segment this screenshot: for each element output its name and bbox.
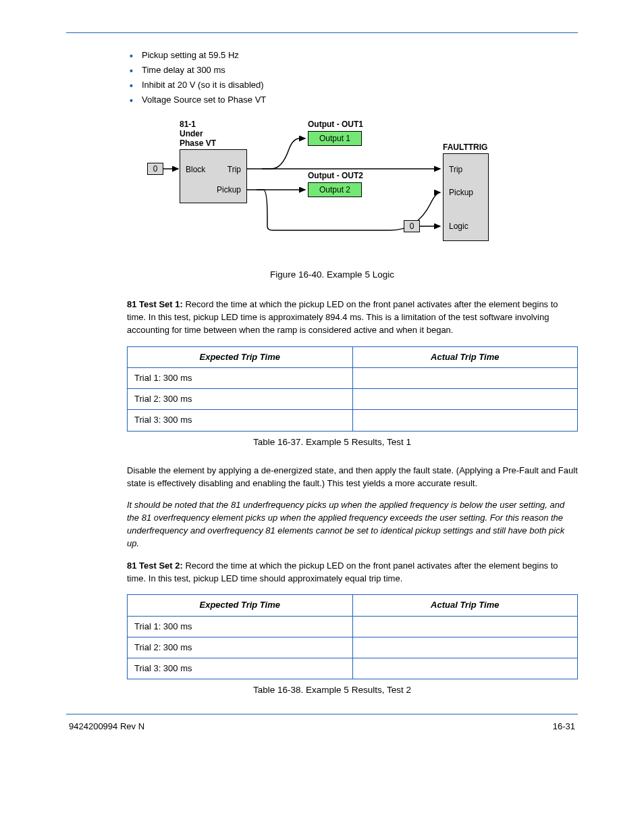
block-81-line0: 81-1 — [180, 120, 196, 129]
table-row: Trial 1: 300 ms — [128, 368, 578, 389]
table-header-cell: Actual Trip Time — [352, 595, 578, 616]
logic-diagram: 81-1 Under Phase VT Block Trip Pickup 0 … — [147, 115, 578, 264]
block-81-trip: Trip — [227, 165, 241, 174]
faulttrig-trip: Trip — [449, 165, 462, 174]
table-cell — [352, 616, 578, 637]
output2-box: Output 2 — [308, 182, 362, 197]
settings-bullets: Pickup setting at 59.5 Hz Time delay at … — [127, 49, 578, 106]
table-cell — [352, 658, 578, 679]
table-cell: Trial 3: 300 ms — [128, 410, 353, 431]
test1-lead: 81 Test Set 1: — [127, 299, 185, 309]
test1-text: Record the time at which the pickup LED … — [127, 299, 558, 335]
bullet-text: Pickup setting at 59.5 Hz — [142, 50, 239, 60]
bullet-text: Inhibit at 20 V (so it is disabled) — [142, 80, 264, 90]
footer-right: 16-31 — [553, 721, 575, 731]
paragraph-note: It should be noted that the 81 underfreq… — [127, 499, 578, 550]
paragraph-test2: 81 Test Set 2: Record the time at which … — [127, 560, 578, 585]
table-header-cell: Expected Trip Time — [128, 346, 353, 367]
results-table-1: Expected Trip Time Actual Trip Time Tria… — [127, 346, 578, 432]
faulttrig-pickup: Pickup — [449, 188, 473, 197]
output2-label: Output 2 — [319, 185, 350, 194]
block-81-block: Block — [186, 165, 205, 174]
output1-box: Output 1 — [308, 131, 362, 146]
table-header-cell: Expected Trip Time — [128, 595, 353, 616]
table-cell — [352, 410, 578, 431]
table-cell — [352, 368, 578, 389]
table-row: Trial 2: 300 ms — [128, 389, 578, 410]
test2-text: Record the time at which the pickup LED … — [127, 561, 558, 583]
faulttrig-box: Trip Pickup Logic — [443, 153, 489, 241]
bullet-text: Voltage Source set to Phase VT — [142, 95, 266, 105]
table-header-row: Expected Trip Time Actual Trip Time — [128, 346, 578, 367]
block-81-box: Block Trip Pickup — [180, 149, 247, 203]
table-cell: Trial 3: 300 ms — [128, 658, 353, 679]
table-cell: Trial 2: 300 ms — [128, 637, 353, 658]
table-row: Trial 3: 300 ms — [128, 410, 578, 431]
table-header-cell: Actual Trip Time — [352, 346, 578, 367]
table-cell: Trial 1: 300 ms — [128, 616, 353, 637]
faulttrig-logic: Logic — [449, 221, 468, 231]
bottom-rule — [66, 714, 578, 714]
paragraph-test1: 81 Test Set 1: Record the time at which … — [127, 298, 578, 337]
table-cell: Trial 2: 300 ms — [128, 389, 353, 410]
paragraph-disable-text: Disable the element by applying a de-ene… — [127, 465, 578, 488]
table-cell: Trial 1: 300 ms — [128, 368, 353, 389]
paragraph-disable: Disable the element by applying a de-ene… — [127, 465, 578, 490]
output2-title: Output - OUT2 — [308, 171, 363, 180]
table-row: Trial 2: 300 ms — [128, 637, 578, 658]
zero-box-1: 0 — [147, 163, 163, 175]
table-row: Trial 3: 300 ms — [128, 658, 578, 679]
zero-label: 0 — [410, 221, 414, 231]
table-cell — [352, 637, 578, 658]
block-81-line2: Phase VT — [180, 138, 216, 148]
test2-lead: 81 Test Set 2: — [127, 561, 185, 571]
output1-label: Output 1 — [319, 134, 350, 143]
block-81-pickup: Pickup — [217, 185, 241, 194]
results-table-2: Expected Trip Time Actual Trip Time Tria… — [127, 594, 578, 679]
list-item: Inhibit at 20 V (so it is disabled) — [127, 79, 578, 92]
table-caption-1: Table 16-37. Example 5 Results, Test 1 — [127, 437, 578, 447]
list-item: Voltage Source set to Phase VT — [127, 94, 578, 107]
table-header-row: Expected Trip Time Actual Trip Time — [128, 595, 578, 616]
table-caption-2: Table 16-38. Example 5 Results, Test 2 — [127, 685, 578, 695]
zero-label: 0 — [153, 164, 158, 174]
faulttrig-title: FAULTTRIG — [443, 142, 487, 152]
page-footer: 9424200994 Rev N 16-31 — [66, 721, 578, 731]
output1-title: Output - OUT1 — [308, 120, 363, 129]
top-rule — [66, 32, 578, 33]
footer-left: 9424200994 Rev N — [69, 721, 144, 731]
paragraph-note-text: It should be noted that the 81 underfreq… — [127, 500, 564, 548]
bullet-text: Time delay at 300 ms — [142, 65, 225, 75]
table-row: Trial 1: 300 ms — [128, 616, 578, 637]
list-item: Time delay at 300 ms — [127, 64, 578, 77]
block-81-line1: Under — [180, 129, 203, 138]
figure-caption: Figure 16-40. Example 5 Logic — [127, 269, 578, 280]
list-item: Pickup setting at 59.5 Hz — [127, 49, 578, 62]
zero-box-2: 0 — [404, 220, 420, 232]
table-cell — [352, 389, 578, 410]
